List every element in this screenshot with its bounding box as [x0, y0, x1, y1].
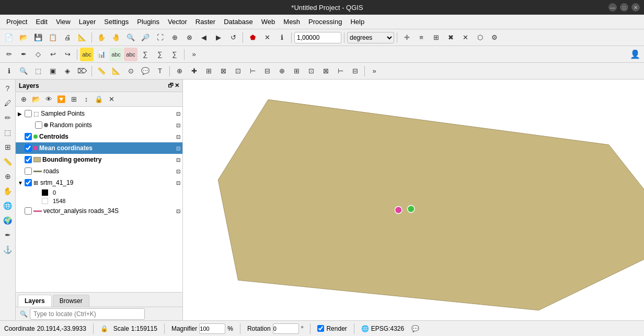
layer-vector-roads[interactable]: ▷ vector_analysis roads_34S ⊡ — [16, 205, 182, 217]
menu-processing[interactable]: Processing — [304, 16, 346, 28]
menu-project[interactable]: Project — [2, 16, 31, 28]
coord10-btn[interactable]: ⊡ — [304, 64, 318, 78]
label1-btn[interactable]: abc — [80, 48, 94, 61]
coord13-btn[interactable]: ⊟ — [348, 64, 362, 78]
expand-all-btn[interactable]: ⊞ — [68, 94, 79, 105]
zoom-full-btn[interactable]: ⛶ — [153, 31, 167, 44]
open-btn[interactable]: 📂 — [17, 31, 30, 44]
coord8-btn[interactable]: ⊕ — [275, 64, 289, 78]
measure3-btn[interactable]: ⊙ — [124, 64, 137, 78]
layer-centroids[interactable]: ▷ Centroids ⊡ — [16, 131, 182, 142]
menu-view[interactable]: View — [52, 16, 75, 28]
pan-btn[interactable]: ✋ — [95, 31, 108, 44]
checkbox-bounding-geometry[interactable] — [25, 156, 32, 163]
render-checkbox[interactable] — [317, 325, 324, 332]
rotation-input[interactable] — [273, 323, 299, 334]
layer-settings-mean[interactable]: ⊡ — [176, 145, 180, 151]
select4-btn[interactable]: ◈ — [61, 64, 74, 78]
scale-input[interactable] — [294, 32, 341, 43]
map-canvas[interactable] — [183, 80, 644, 320]
node-btn[interactable]: ◇ — [31, 48, 45, 61]
menu-layer[interactable]: Layer — [75, 16, 100, 28]
select3-btn[interactable]: ▣ — [46, 64, 60, 78]
menu-help[interactable]: Help — [346, 16, 369, 28]
maximize-btn[interactable]: □ — [620, 3, 628, 12]
checkbox-srtm[interactable] — [25, 179, 32, 186]
snap-btn[interactable]: ✚ — [400, 31, 413, 44]
add-layer-btn[interactable]: ⊕ — [18, 94, 29, 105]
remove-layer-btn[interactable]: ✕ — [106, 94, 117, 105]
sidebar-icon-edit[interactable]: ✏ — [1, 111, 15, 125]
layer-srtm[interactable]: ▼ ⊞ srtm_41_19 ⊡ — [16, 177, 182, 188]
minimize-btn[interactable]: — — [608, 3, 617, 12]
layer-random-points[interactable]: ▷ Random points ⊡ — [16, 119, 182, 131]
messages-section[interactable]: 💬 — [411, 325, 419, 332]
roll-btn[interactable]: ↩ — [46, 48, 60, 61]
menu-plugins[interactable]: Plugins — [133, 16, 164, 28]
sidebar-icon-select[interactable]: ⬚ — [1, 126, 15, 139]
more2-btn[interactable]: » — [367, 64, 381, 78]
open-layer-btn[interactable]: 📂 — [30, 94, 42, 105]
menu-vector[interactable]: Vector — [164, 16, 191, 28]
layer-roads[interactable]: ▷ roads ⊡ — [16, 165, 182, 177]
zoom-out-btn[interactable]: 🔎 — [139, 31, 152, 44]
layers-close-btn[interactable]: ✕ — [175, 82, 179, 89]
zoom-prev-btn[interactable]: ◀ — [197, 31, 211, 44]
coord-btn[interactable]: ⊕ — [172, 64, 186, 78]
menu-database[interactable]: Database — [220, 16, 257, 28]
toggle-vis-btn[interactable]: 👁 — [43, 94, 54, 105]
layer-settings-centroids[interactable]: ⊡ — [176, 134, 180, 140]
coord12-btn[interactable]: ⊢ — [334, 64, 347, 78]
menu-settings[interactable]: Settings — [100, 16, 133, 28]
menu-raster[interactable]: Raster — [191, 16, 220, 28]
save-as-btn[interactable]: 📋 — [46, 31, 60, 44]
sidebar-icon-anchor[interactable]: ⚓ — [1, 243, 15, 256]
checkbox-roads[interactable] — [25, 167, 32, 175]
layer-mean-coordinates[interactable]: ▷ Mean coordinates ⊡ — [16, 142, 182, 154]
coord6-btn[interactable]: ⊢ — [246, 64, 259, 78]
roll2-btn[interactable]: ↪ — [61, 48, 74, 61]
sidebar-icon-draw[interactable]: ✒ — [1, 228, 15, 242]
zoom-sel-btn[interactable]: ⊕ — [168, 31, 181, 44]
sidebar-icon-help[interactable]: ? — [1, 82, 15, 95]
layer-settings-random[interactable]: ⊡ — [176, 122, 180, 128]
layers-restore-btn[interactable]: 🗗 — [168, 82, 174, 89]
refresh-btn[interactable]: ↺ — [226, 31, 240, 44]
snap6-btn[interactable]: ⬡ — [473, 31, 487, 44]
sidebar-icon-measure[interactable]: 📏 — [1, 155, 15, 169]
layer-settings-roads[interactable]: ⊡ — [176, 169, 180, 174]
layer-settings-sampled[interactable]: ⊡ — [176, 111, 180, 117]
search-input[interactable] — [30, 308, 145, 320]
annot-btn[interactable]: 💬 — [139, 64, 152, 78]
sidebar-icon-snap[interactable]: ⊕ — [1, 170, 15, 183]
sidebar-icon-identify[interactable]: 🖊 — [1, 96, 15, 110]
menu-mesh[interactable]: Mesh — [279, 16, 304, 28]
coord2-btn[interactable]: ✚ — [187, 64, 201, 78]
label2-btn[interactable]: 📊 — [95, 48, 108, 61]
select5-btn[interactable]: ⌦ — [75, 64, 89, 78]
checkbox-mean-coordinates[interactable] — [25, 144, 32, 152]
text-btn[interactable]: T — [153, 64, 167, 78]
info-btn[interactable]: ℹ — [2, 64, 16, 78]
units-select[interactable]: degrees — [347, 32, 394, 43]
sidebar-icon-pixel[interactable]: ⊞ — [1, 140, 15, 154]
sidebar-icon-globe2[interactable]: 🌍 — [1, 214, 15, 227]
coord7-btn[interactable]: ⊟ — [260, 64, 274, 78]
snap3-btn[interactable]: ⊞ — [429, 31, 443, 44]
layer-sampled-points[interactable]: ▶ ⬚ Sampled Points ⊡ — [16, 108, 182, 119]
snap2-btn[interactable]: ≡ — [415, 31, 428, 44]
lock-btn[interactable]: 🔒 — [93, 94, 105, 105]
coord11-btn[interactable]: ⊠ — [319, 64, 332, 78]
layer-bounding-geometry[interactable]: ▷ Bounding geometry ⊡ — [16, 154, 182, 165]
edit-btn[interactable]: ✏ — [2, 48, 16, 61]
snap4-btn[interactable]: ✖ — [444, 31, 457, 44]
coord5-btn[interactable]: ⊡ — [231, 64, 245, 78]
checkbox-random-points[interactable] — [35, 121, 42, 129]
identify-btn[interactable]: ℹ — [275, 31, 289, 44]
label5-btn[interactable]: ∑ — [139, 48, 152, 61]
menu-edit[interactable]: Edit — [31, 16, 51, 28]
close-btn[interactable]: ✕ — [631, 3, 640, 12]
label7-btn[interactable]: ∑ — [168, 48, 181, 61]
checkbox-sampled-points[interactable] — [25, 110, 32, 117]
zoom3-btn[interactable]: 🔍 — [17, 64, 30, 78]
